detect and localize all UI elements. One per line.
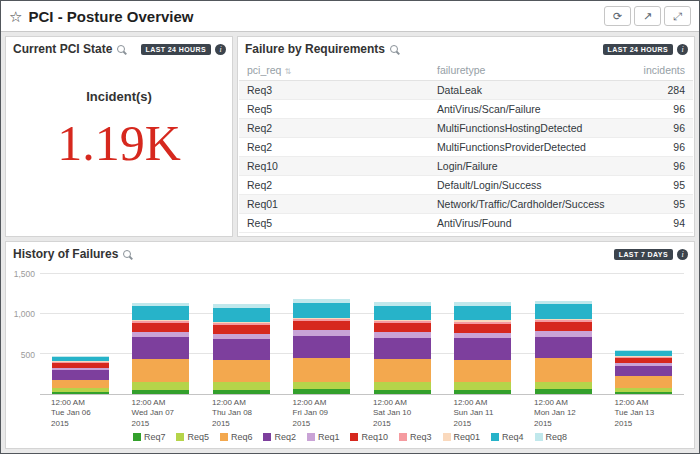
bar-segment-Req5[interactable] [535,382,592,390]
bar-column [362,274,443,394]
stacked-bar-1[interactable] [132,274,189,394]
bar-segment-Req10[interactable] [293,321,350,330]
bar-segment-Req4[interactable] [535,304,592,318]
bar-segment-Req5[interactable] [454,382,511,389]
stacked-bar-7[interactable] [615,274,672,394]
bar-segment-Req6[interactable] [132,359,189,382]
legend-item-Req8[interactable]: Req8 [535,432,568,442]
stacked-bar-0[interactable] [52,274,109,394]
column-header-pci-req[interactable]: pci_req⇅ [239,59,429,81]
info-icon[interactable]: i [215,44,226,55]
legend-item-Req5[interactable]: Req5 [176,432,209,442]
bar-segment-Req2[interactable] [615,366,672,376]
failure-table: pci_req⇅ failuretype incidents Req3DataL… [239,59,693,233]
bar-segment-Req2[interactable] [293,336,350,358]
history-of-failures-panel: History of Failures LAST 7 DAYS i 5001,0… [5,241,695,449]
bar-segment-Req5[interactable] [374,382,431,390]
bar-segment-Req7[interactable] [615,392,672,394]
legend-item-Req2[interactable]: Req2 [263,432,296,442]
bar-segment-Req2[interactable] [213,339,270,360]
history-plot [40,274,684,395]
bar-segment-Req2[interactable] [52,370,109,380]
column-header-incidents[interactable]: incidents [621,59,693,81]
info-icon[interactable]: i [677,44,688,55]
dashboard: ☆ PCI - Posture Overview ⟳ ↗ ⤢ Current P… [0,0,700,454]
time-range-badge: LAST 7 DAYS [614,249,673,260]
bar-segment-Req2[interactable] [535,337,592,359]
bar-segment-Req6[interactable] [293,358,350,382]
stacked-bar-5[interactable] [454,274,511,394]
bar-segment-Req4[interactable] [374,306,431,320]
table-row[interactable]: Req2MultiFunctionsProviderDetected96 [239,138,693,157]
table-row[interactable]: Req2MultiFunctionsHostingDetected96 [239,119,693,138]
bar-segment-Req2[interactable] [454,338,511,360]
bar-segment-Req7[interactable] [132,390,189,394]
x-axis-label: 12:00 AMTue Jan 062015 [40,398,121,428]
table-row[interactable]: Req2Default/Login/Success95 [239,176,693,195]
bar-segment-Req6[interactable] [213,360,270,382]
bar-segment-Req4[interactable] [454,306,511,321]
info-icon[interactable]: i [677,249,688,260]
legend-item-Req1[interactable]: Req1 [307,432,340,442]
bar-segment-Req5[interactable] [132,382,189,390]
table-row[interactable]: Req5AntiVirus/Found94 [239,214,693,233]
export-button[interactable]: ↗ [634,6,661,26]
legend-color-chip [399,433,407,441]
legend-item-Req10[interactable]: Req10 [350,432,388,442]
bar-column [40,274,121,394]
fullscreen-button[interactable]: ⤢ [664,6,691,26]
bar-segment-Req4[interactable] [213,308,270,322]
table-row[interactable]: Req10Login/Failure96 [239,157,693,176]
bar-segment-Req2[interactable] [132,337,189,359]
bar-segment-Req5[interactable] [213,382,270,389]
bar-segment-Req10[interactable] [213,325,270,334]
bar-segment-Req6[interactable] [52,380,109,389]
x-axis-label: 12:00 AMWed Jan 072015 [121,398,202,428]
bar-segment-Req6[interactable] [374,359,431,382]
bar-segment-Req6[interactable] [454,360,511,383]
legend-item-Req7[interactable]: Req7 [133,432,166,442]
bar-segment-Req7[interactable] [374,390,431,394]
bar-segment-Req7[interactable] [454,390,511,394]
search-icon[interactable] [117,44,128,55]
bar-segment-Req4[interactable] [293,303,350,318]
panel-title: History of Failures [13,247,118,261]
bar-segment-Req5[interactable] [293,382,350,390]
legend-label: Req8 [546,432,568,442]
bar-segment-Req6[interactable] [615,376,672,387]
bar-segment-Req10[interactable] [535,322,592,331]
sort-icon: ⇅ [284,67,291,76]
bar-segment-Req10[interactable] [454,324,511,333]
bar-segment-Req10[interactable] [132,323,189,332]
table-row[interactable]: Req01Network/Traffic/Cardholder/Success9… [239,195,693,214]
stacked-bar-4[interactable] [374,274,431,394]
bar-segment-Req10[interactable] [374,323,431,332]
stacked-bar-3[interactable] [293,274,350,394]
stacked-bar-6[interactable] [535,274,592,394]
bar-segment-Req6[interactable] [535,358,592,381]
column-header-failuretype[interactable]: failuretype [429,59,621,81]
favorite-star-icon[interactable]: ☆ [9,9,22,24]
stacked-bar-2[interactable] [213,274,270,394]
search-icon[interactable] [123,249,134,260]
legend-item-Req4[interactable]: Req4 [491,432,524,442]
bar-column [523,274,604,394]
bar-segment-Req7[interactable] [52,392,109,394]
legend-item-Req3[interactable]: Req3 [399,432,432,442]
table-row[interactable]: Req5AntiVirus/Scan/Failure96 [239,100,693,119]
bar-segment-Req2[interactable] [374,338,431,359]
search-icon[interactable] [390,44,401,55]
single-value-body: Incident(s) 1.19K [6,59,232,236]
bar-segment-Req7[interactable] [213,390,270,394]
panel-head: History of Failures LAST 7 DAYS i [6,242,694,264]
single-value[interactable]: 1.19K [57,118,181,168]
y-axis-tick: 500 [21,350,35,360]
legend-label: Req3 [410,432,432,442]
bar-segment-Req7[interactable] [293,389,350,394]
table-row[interactable]: Req3DataLeak284 [239,81,693,100]
legend-item-Req6[interactable]: Req6 [220,432,253,442]
refresh-button[interactable]: ⟳ [604,6,631,26]
bar-segment-Req7[interactable] [535,389,592,394]
legend-item-Req01[interactable]: Req01 [443,432,481,442]
bar-segment-Req4[interactable] [132,306,189,320]
